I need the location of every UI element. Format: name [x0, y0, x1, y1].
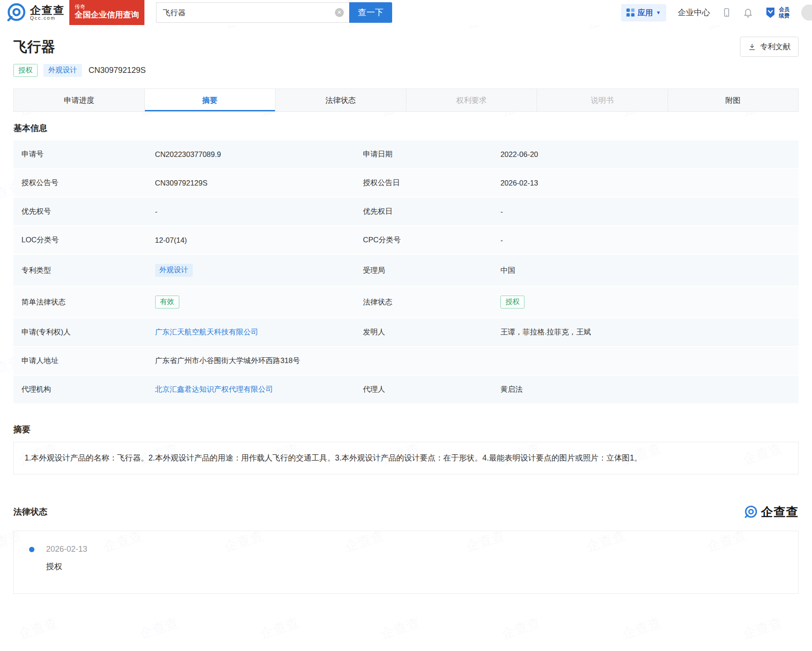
info-label: LOC分类号	[13, 226, 147, 254]
watermark-text: 企查查	[620, 613, 664, 643]
info-row: 申请号CN202230377089.9申请日期2022-06-20	[13, 140, 799, 169]
timeline-status: 授权	[46, 561, 798, 572]
info-label: 受理局	[355, 254, 492, 286]
info-row: 申请(专利权)人广东汇天航空航天科技有限公司发明人王谭，菲拉格.拉菲克，王斌	[13, 318, 799, 347]
qcc-brand-logo: 企查查	[744, 504, 799, 520]
info-value: 广东省广州市小谷围街大学城外环西路318号	[147, 347, 799, 375]
patent-document-label: 专利文献	[760, 42, 791, 52]
info-row: LOC分类号12-07(14)CPC分类号-	[13, 226, 799, 254]
info-label: 申请人地址	[13, 347, 147, 375]
member-label-line2: 续费	[779, 13, 790, 19]
entity-link[interactable]: 广东汇天航空航天科技有限公司	[155, 328, 258, 336]
logo-subtitle: Qcc.com	[30, 16, 65, 21]
info-value: 2026-02-13	[492, 169, 799, 197]
status-tag: 有效	[155, 296, 179, 309]
basic-info-table: 申请号CN202230377089.9申请日期2022-06-20授权公告号CN…	[13, 140, 799, 404]
avatar[interactable]	[801, 4, 812, 21]
page-title: 飞行器	[13, 38, 55, 56]
info-value: 广东汇天航空航天科技有限公司	[147, 318, 355, 347]
clear-search-icon[interactable]: ✕	[335, 8, 344, 17]
info-label: 优先权号	[13, 197, 147, 226]
tab-6[interactable]: 附图	[668, 89, 799, 111]
grant-status-tag: 授权	[13, 64, 38, 77]
entity-link[interactable]: 北京汇鑫君达知识产权代理有限公司	[155, 385, 273, 393]
patent-document-button[interactable]: 专利文献	[740, 37, 799, 57]
info-label: 代理人	[355, 375, 492, 404]
apps-label: 应用	[638, 8, 653, 18]
type-tag[interactable]: 外观设计	[155, 264, 193, 277]
notification-bell-icon[interactable]	[743, 8, 753, 17]
timeline-dot-icon	[29, 547, 34, 552]
info-row: 申请人地址广东省广州市小谷围街大学城外环西路318号	[13, 347, 799, 375]
info-value: 授权	[492, 286, 799, 318]
info-value: 北京汇鑫君达知识产权代理有限公司	[147, 375, 355, 404]
watermark-text: 企查查	[378, 613, 422, 643]
search-button[interactable]: 查一下	[349, 2, 392, 23]
tab-2[interactable]: 摘要	[144, 89, 275, 111]
info-value: 王谭，菲拉格.拉菲克，王斌	[492, 318, 799, 347]
qcc-brand-text: 企查查	[761, 504, 799, 520]
status-tag: 授权	[500, 296, 524, 309]
info-value: -	[147, 197, 355, 226]
timeline-date: 2026-02-13	[46, 545, 798, 554]
info-label: 申请日期	[355, 140, 492, 169]
watermark-text: 企查查	[499, 613, 543, 643]
info-row: 授权公告号CN309792129S授权公告日2026-02-13	[13, 169, 799, 197]
chevron-down-icon: ▼	[656, 10, 661, 15]
info-label: 申请号	[13, 140, 147, 169]
search-input[interactable]	[156, 2, 349, 23]
info-row: 优先权号-优先权日-	[13, 197, 799, 226]
info-label: 授权公告号	[13, 169, 147, 197]
patent-type-tag[interactable]: 外观设计	[43, 64, 82, 77]
legal-status-timeline: 2026-02-13授权	[13, 531, 799, 594]
main-content: 飞行器 专利文献 授权外观设计CN309792129S 申请进度摘要法律状态权利…	[0, 37, 812, 598]
info-value: CN309792129S	[147, 169, 355, 197]
timeline-item: 2026-02-13授权	[14, 545, 798, 572]
top-header: 企查查 Qcc.com 传奇 全国企业信用查询 ✕ 查一下 应用 ▼ 企业中心	[0, 0, 812, 25]
info-label: 优先权日	[355, 197, 492, 226]
basic-info-body: 申请号CN202230377089.9申请日期2022-06-20授权公告号CN…	[13, 140, 799, 404]
info-value: 2022-06-20	[492, 140, 799, 169]
promo-badge: 传奇 全国企业信用查询	[69, 0, 144, 25]
download-icon	[748, 43, 756, 51]
info-label: 专利类型	[13, 254, 147, 286]
search-bar: ✕ 查一下	[156, 2, 392, 23]
qcc-brand-icon	[744, 505, 757, 519]
title-tags: 授权外观设计CN309792129S	[13, 64, 799, 77]
qcc-logo[interactable]: 企查查 Qcc.com	[6, 3, 65, 22]
info-value: 12-07(14)	[147, 226, 355, 254]
promo-corner-label: 传奇	[75, 4, 139, 10]
member-label-line1: 会员	[779, 6, 790, 13]
promo-text: 全国企业信用查询	[75, 10, 139, 20]
enterprise-center-link[interactable]: 企业中心	[678, 7, 710, 18]
watermark-text: 企查查	[740, 613, 784, 643]
watermark-text: 企查查	[16, 613, 60, 643]
patent-number: CN309792129S	[89, 66, 146, 75]
apps-menu[interactable]: 应用 ▼	[621, 4, 666, 21]
info-value: -	[492, 197, 799, 226]
info-value: 外观设计	[147, 254, 355, 286]
info-label: 简单法律状态	[13, 286, 147, 318]
info-value: 黄启法	[492, 375, 799, 404]
info-value: 有效	[147, 286, 355, 318]
info-value: CN202230377089.9	[147, 140, 355, 169]
abstract-heading: 摘要	[13, 424, 799, 435]
tab-1[interactable]: 申请进度	[14, 89, 144, 111]
abstract-text: 1.本外观设计产品的名称：飞行器。2.本外观设计产品的用途：用作载人飞行的交通工…	[13, 442, 799, 474]
info-value: -	[492, 226, 799, 254]
tab-4: 权利要求	[406, 89, 537, 111]
info-label: 代理机构	[13, 375, 147, 404]
watermark-text: 企查查	[137, 613, 181, 643]
mobile-app-icon[interactable]	[722, 8, 732, 17]
tab-3[interactable]: 法律状态	[275, 89, 406, 111]
info-value: 中国	[492, 254, 799, 286]
info-row: 简单法律状态有效法律状态授权	[13, 286, 799, 318]
tab-5: 说明书	[537, 89, 668, 111]
info-label: 法律状态	[355, 286, 492, 318]
legal-status-heading: 法律状态	[13, 506, 47, 518]
member-badge-icon	[765, 7, 776, 18]
member-renew-button[interactable]: 会员 续费	[765, 6, 790, 19]
info-row: 代理机构北京汇鑫君达知识产权代理有限公司代理人黄启法	[13, 375, 799, 404]
info-label: 发明人	[355, 318, 492, 347]
info-row: 专利类型外观设计受理局中国	[13, 254, 799, 286]
